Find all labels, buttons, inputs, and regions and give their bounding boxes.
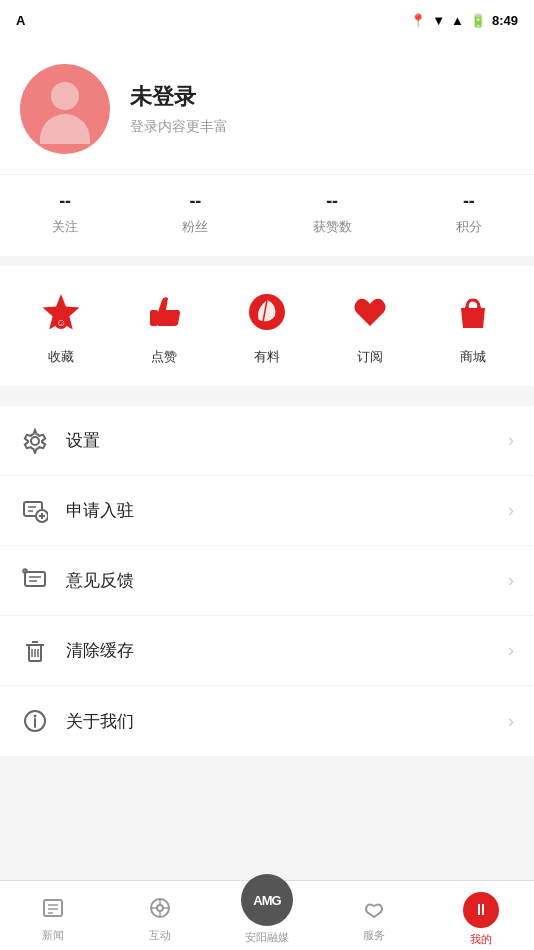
- status-icons: 📍 ▼ ▲ 🔋 8:49: [410, 13, 518, 28]
- interact-nav-label: 互动: [149, 928, 171, 943]
- svg-point-8: [31, 437, 39, 445]
- star-icon: ☺: [35, 286, 87, 338]
- action-collect-label: 收藏: [48, 348, 74, 366]
- action-like[interactable]: 点赞: [138, 286, 190, 366]
- svg-rect-15: [25, 572, 45, 586]
- stat-points-value: --: [463, 191, 475, 212]
- stat-likes-value: --: [326, 191, 338, 212]
- menu-apply-label: 申请入驻: [66, 499, 508, 522]
- menu-item-settings[interactable]: 设置 ›: [0, 406, 534, 476]
- interact-icon: [148, 896, 172, 924]
- avatar[interactable]: [20, 64, 110, 154]
- svg-rect-3: [150, 310, 158, 326]
- mine-nav-label: 我的: [470, 932, 492, 947]
- stat-points-label: 积分: [456, 218, 482, 236]
- action-shop-label: 商城: [460, 348, 486, 366]
- nav-item-amg[interactable]: AMG 安阳融媒: [214, 886, 321, 945]
- svg-point-28: [34, 715, 37, 718]
- stat-fans-label: 粉丝: [182, 218, 208, 236]
- svg-text:☺: ☺: [56, 317, 66, 328]
- battery-icon: 🔋: [470, 13, 486, 28]
- nav-item-service[interactable]: 服务: [320, 888, 427, 943]
- info-icon: [20, 706, 50, 736]
- divider-1: [0, 256, 534, 266]
- profile-subtitle: 登录内容更丰富: [130, 118, 514, 136]
- apply-arrow-icon: ›: [508, 500, 514, 521]
- bottom-nav: 新闻 互动 AMG 安阳融媒 服务: [0, 880, 534, 950]
- svg-rect-6: [465, 306, 469, 310]
- thumb-icon: [138, 286, 190, 338]
- heart-icon: [344, 286, 396, 338]
- wifi-icon: ▼: [432, 13, 445, 28]
- about-arrow-icon: ›: [508, 711, 514, 732]
- stat-follow-label: 关注: [52, 218, 78, 236]
- action-like-label: 点赞: [151, 348, 177, 366]
- stat-follow[interactable]: -- 关注: [52, 191, 78, 236]
- menu-settings-label: 设置: [66, 429, 508, 452]
- stat-follow-value: --: [59, 191, 71, 212]
- profile-section[interactable]: 未登录 登录内容更丰富: [0, 40, 534, 174]
- action-shop[interactable]: 商城: [447, 286, 499, 366]
- amg-nav-label: 安阳融媒: [245, 930, 289, 945]
- profile-info: 未登录 登录内容更丰富: [130, 82, 514, 136]
- menu-item-about[interactable]: 关于我们 ›: [0, 686, 534, 756]
- stat-likes[interactable]: -- 获赞数: [313, 191, 352, 236]
- bag-icon: [447, 286, 499, 338]
- nav-item-interact[interactable]: 互动: [107, 888, 214, 943]
- gear-icon: [20, 426, 50, 456]
- action-subscribe[interactable]: 订阅: [344, 286, 396, 366]
- bottom-spacer: [0, 756, 534, 776]
- menu-about-label: 关于我们: [66, 710, 508, 733]
- clear-arrow-icon: ›: [508, 640, 514, 661]
- svg-point-34: [157, 905, 163, 911]
- pause-icon: ⏸: [473, 901, 489, 919]
- menu-feedback-label: 意见反馈: [66, 569, 508, 592]
- nav-item-mine[interactable]: ⏸ 我的: [427, 884, 534, 947]
- apply-icon: [20, 496, 50, 526]
- main-content: 未登录 登录内容更丰富 -- 关注 -- 粉丝 -- 获赞数 -- 积分: [0, 40, 534, 880]
- stat-points[interactable]: -- 积分: [456, 191, 482, 236]
- action-material-label: 有料: [254, 348, 280, 366]
- settings-arrow-icon: ›: [508, 430, 514, 451]
- menu-section: 设置 › 申请入驻 ›: [0, 406, 534, 756]
- nav-item-news[interactable]: 新闻: [0, 888, 107, 943]
- avatar-body: [40, 114, 90, 144]
- trash-icon: [20, 636, 50, 666]
- service-nav-label: 服务: [363, 928, 385, 943]
- app-icon: A: [16, 13, 25, 28]
- amg-text: AMG: [253, 893, 280, 908]
- feedback-icon: [20, 566, 50, 596]
- svg-rect-7: [477, 306, 481, 310]
- amg-button[interactable]: AMG: [241, 874, 293, 926]
- menu-item-clear[interactable]: 清除缓存 ›: [0, 616, 534, 686]
- action-material[interactable]: 有料: [241, 286, 293, 366]
- news-nav-label: 新闻: [42, 928, 64, 943]
- menu-clear-label: 清除缓存: [66, 639, 508, 662]
- signal-icon: ▲: [451, 13, 464, 28]
- mine-active-bg: ⏸: [463, 892, 499, 928]
- menu-item-feedback[interactable]: 意见反馈 ›: [0, 546, 534, 616]
- menu-item-apply[interactable]: 申请入驻 ›: [0, 476, 534, 546]
- leaf-icon: [241, 286, 293, 338]
- avatar-person-graphic: [40, 82, 90, 144]
- stat-fans[interactable]: -- 粉丝: [182, 191, 208, 236]
- stat-likes-label: 获赞数: [313, 218, 352, 236]
- location-icon: 📍: [410, 13, 426, 28]
- action-collect[interactable]: ☺ 收藏: [35, 286, 87, 366]
- profile-name: 未登录: [130, 82, 514, 112]
- time-display: 8:49: [492, 13, 518, 28]
- stat-fans-value: --: [189, 191, 201, 212]
- stats-section: -- 关注 -- 粉丝 -- 获赞数 -- 积分: [0, 174, 534, 256]
- service-icon: [362, 896, 386, 924]
- quick-actions: ☺ 收藏 点赞 有料: [0, 266, 534, 386]
- action-subscribe-label: 订阅: [357, 348, 383, 366]
- avatar-head: [51, 82, 79, 110]
- divider-2: [0, 386, 534, 396]
- feedback-arrow-icon: ›: [508, 570, 514, 591]
- news-icon: [41, 896, 65, 924]
- status-bar: A 📍 ▼ ▲ 🔋 8:49: [0, 0, 534, 40]
